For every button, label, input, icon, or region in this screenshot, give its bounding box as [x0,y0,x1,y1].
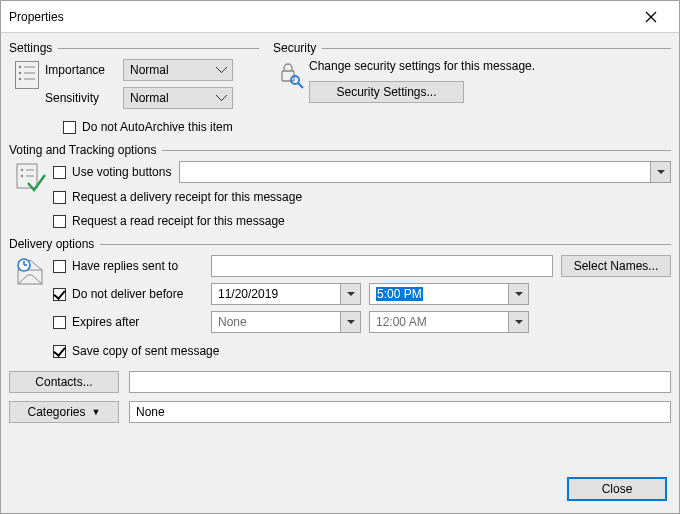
svg-rect-17 [18,270,42,284]
chevron-down-icon [347,320,355,324]
importance-label: Importance [45,63,119,77]
security-text: Change security settings for this messag… [309,59,535,73]
expires-date-select[interactable]: None [211,311,361,333]
read-receipt-label: Request a read receipt for this message [72,214,285,228]
voting-buttons-select[interactable] [179,161,671,183]
caret-down-icon: ▼ [92,407,101,417]
categories-value: None [129,401,671,423]
autoarchive-checkbox[interactable] [63,121,76,134]
contacts-input[interactable] [129,371,671,393]
autoarchive-label: Do not AutoArchive this item [82,120,233,134]
deliver-date-select[interactable]: 11/20/2019 [211,283,361,305]
close-button[interactable]: Close [567,477,667,501]
contacts-button[interactable]: Contacts... [9,371,119,393]
do-not-deliver-label: Do not deliver before [72,287,183,301]
svg-point-7 [19,78,22,81]
properties-icon [15,61,39,89]
voting-icon [16,163,46,193]
security-group-label: Security [273,41,322,55]
have-replies-checkbox[interactable] [53,260,66,273]
svg-point-3 [19,66,22,69]
expires-after-checkbox[interactable] [53,316,66,329]
use-voting-checkbox[interactable] [53,166,66,179]
categories-button[interactable]: Categories ▼ [9,401,119,423]
save-copy-label: Save copy of sent message [72,344,219,358]
select-names-button[interactable]: Select Names... [561,255,671,277]
voting-group-label: Voting and Tracking options [9,143,162,157]
chevron-down-icon [515,292,523,296]
delivery-receipt-label: Request a delivery receipt for this mess… [72,190,302,204]
have-replies-label: Have replies sent to [72,259,178,273]
sensitivity-label: Sensitivity [45,91,119,105]
save-copy-checkbox[interactable] [53,345,66,358]
do-not-deliver-checkbox[interactable] [53,288,66,301]
sensitivity-select[interactable]: Normal [123,87,233,109]
read-receipt-checkbox[interactable] [53,215,66,228]
expires-after-label: Expires after [72,315,139,329]
importance-select[interactable]: Normal [123,59,233,81]
have-replies-input[interactable] [211,255,553,277]
delivery-group-label: Delivery options [9,237,100,251]
settings-group-label: Settings [9,41,58,55]
chevron-down-icon [657,170,665,174]
svg-line-11 [298,83,303,88]
use-voting-label: Use voting buttons [72,165,171,179]
deliver-time-select[interactable]: 5:00 PM [369,283,529,305]
svg-point-13 [21,169,23,171]
titlebar: Properties [1,1,679,33]
lock-search-icon [277,61,305,89]
window-title: Properties [9,10,64,24]
svg-point-15 [21,175,23,177]
svg-point-5 [19,72,22,75]
close-icon[interactable] [631,1,671,32]
security-settings-button[interactable]: Security Settings... [309,81,464,103]
delivery-icon [16,257,46,287]
expires-time-select[interactable]: 12:00 AM [369,311,529,333]
svg-point-10 [291,76,299,84]
svg-rect-2 [16,62,39,89]
delivery-receipt-checkbox[interactable] [53,191,66,204]
chevron-down-icon [347,292,355,296]
properties-dialog: Properties Settings [0,0,680,514]
chevron-down-icon [515,320,523,324]
